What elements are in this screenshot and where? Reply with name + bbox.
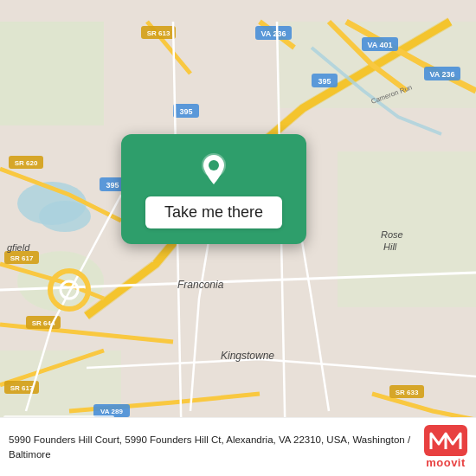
svg-text:SR 613: SR 613 <box>147 29 170 37</box>
popup-card: Take me there <box>121 134 306 244</box>
address-text: 5990 Founders Hill Court, 5990 Founders … <box>9 433 415 460</box>
svg-text:SR 617: SR 617 <box>10 254 34 262</box>
svg-text:Kingstowne: Kingstowne <box>221 350 274 362</box>
svg-text:VA 289: VA 289 <box>100 408 123 415</box>
svg-text:395: 395 <box>106 181 119 190</box>
svg-text:SR 617: SR 617 <box>10 384 34 392</box>
svg-text:395: 395 <box>179 107 192 116</box>
svg-text:SR 633: SR 633 <box>396 389 419 396</box>
svg-point-43 <box>209 160 219 170</box>
svg-point-2 <box>39 201 91 232</box>
svg-text:VA 401: VA 401 <box>367 41 392 49</box>
svg-text:VA 236: VA 236 <box>429 70 454 79</box>
map-container: 395 395 395 VA 236 VA 401 VA 236 SR 613 … <box>0 0 476 476</box>
svg-text:Hill: Hill <box>383 241 397 252</box>
svg-text:Rose: Rose <box>381 229 403 240</box>
svg-text:Franconia: Franconia <box>177 279 224 291</box>
svg-text:gfield: gfield <box>7 242 30 253</box>
take-me-there-button[interactable]: Take me there <box>145 196 282 228</box>
moovit-text: moovit <box>426 456 466 469</box>
svg-text:SR 620: SR 620 <box>15 159 38 167</box>
svg-rect-3 <box>0 22 104 125</box>
bottom-bar: 5990 Founders Hill Court, 5990 Founders … <box>0 417 476 476</box>
svg-rect-4 <box>338 151 476 307</box>
location-pin-icon <box>195 150 233 188</box>
svg-text:VA 236: VA 236 <box>261 29 286 38</box>
moovit-logo: moovit <box>424 425 467 469</box>
svg-text:395: 395 <box>318 77 331 86</box>
moovit-logo-icon <box>424 425 467 456</box>
